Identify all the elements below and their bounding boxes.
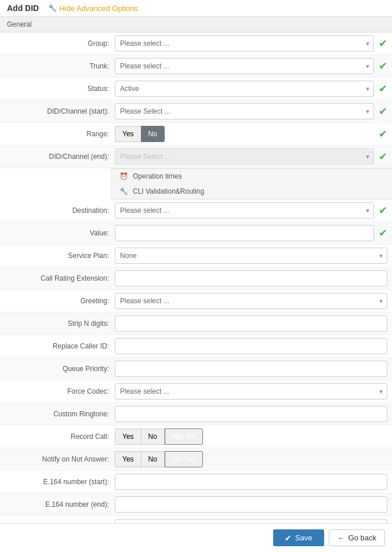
group-select[interactable]: Please select ...: [115, 35, 374, 52]
replace-caller-input[interactable]: [115, 338, 387, 354]
cli-validation-item[interactable]: 🔧 CLI Validation&Routing: [110, 184, 392, 199]
queue-priority-label: Queue Priority:: [5, 365, 115, 373]
wrench-small-icon: 🔧: [119, 187, 128, 195]
value-check-icon: ✔: [379, 227, 387, 239]
greeting-row: Greeting: Please select ... ▼: [0, 290, 392, 313]
trunk-select[interactable]: Please select ...: [115, 58, 374, 74]
range-yes-button[interactable]: Yes: [115, 126, 141, 142]
notify-notset-button[interactable]: Not Set: [165, 451, 203, 467]
wrench-icon: 🔧: [48, 4, 57, 12]
footer: ✔ Save ← Go back: [0, 523, 392, 552]
call-rating-input[interactable]: [115, 270, 387, 286]
range-label: Range:: [5, 130, 115, 138]
value-label: Value:: [5, 229, 115, 237]
did-channel-start-row: DID/Channel (start): Please Select ... ▼…: [0, 100, 392, 123]
save-label: Save: [295, 533, 313, 542]
custom-ringtone-label: Custom Ringtone:: [5, 410, 115, 418]
range-no-button[interactable]: No: [141, 126, 165, 142]
did-channel-end-select[interactable]: Please Select ...: [115, 148, 374, 165]
status-label: Status:: [5, 85, 115, 93]
custom-ringtone-input[interactable]: [115, 406, 387, 422]
group-check-icon: ✔: [379, 37, 387, 50]
trunk-row: Trunk: Please select ... ▼ ✔: [0, 55, 392, 78]
back-arrow-icon: ←: [337, 533, 345, 542]
strip-n-row: Strip N digits:: [0, 313, 392, 335]
e164-end-label: E.164 number (end):: [5, 500, 115, 509]
e164-start-label: E.164 number (start):: [5, 478, 115, 486]
clock-icon: ⏰: [119, 172, 128, 180]
force-codec-select[interactable]: Please select ...: [115, 383, 387, 400]
notify-toggle-group: Yes No Not Set: [115, 451, 387, 467]
destination-label: Destination:: [5, 206, 115, 215]
status-check-icon: ✔: [379, 82, 387, 95]
destination-row: Destination: Please select ... ▼ ✔: [0, 199, 392, 222]
e164-start-input[interactable]: [115, 474, 387, 490]
strip-n-label: Strip N digits:: [5, 319, 115, 328]
did-channel-start-check-icon: ✔: [379, 105, 387, 118]
greeting-label: Greeting:: [5, 297, 115, 305]
strip-n-input[interactable]: [115, 315, 387, 332]
general-section-label: General: [0, 17, 392, 32]
trunk-label: Trunk:: [5, 62, 115, 70]
queue-priority-row: Queue Priority:: [0, 358, 392, 380]
record-call-toggle-group: Yes No Not Set: [115, 428, 387, 445]
notify-no-button[interactable]: No: [141, 451, 165, 467]
go-back-button[interactable]: ← Go back: [329, 529, 385, 546]
advanced-options-link[interactable]: 🔧 Hide Advanced Options: [48, 4, 138, 13]
notify-label: Notify on Not Answer:: [5, 455, 115, 463]
service-plan-select[interactable]: None: [115, 248, 387, 264]
record-call-row: Record Call: Yes No Not Set: [0, 426, 392, 448]
record-notset-button[interactable]: Not Set: [165, 428, 203, 445]
notify-yes-button[interactable]: Yes: [115, 451, 141, 467]
record-no-button[interactable]: No: [141, 428, 165, 445]
did-channel-end-label: DID/Channel (end):: [5, 152, 115, 161]
operation-times-label: Operation times: [133, 172, 182, 180]
custom-ringtone-row: Custom Ringtone:: [0, 403, 392, 426]
e164-start-row: E.164 number (start):: [0, 471, 392, 493]
group-label: Group:: [5, 39, 115, 48]
service-plan-label: Service Plan:: [5, 252, 115, 260]
record-call-label: Record Call:: [5, 433, 115, 441]
destination-select[interactable]: Please select ...: [115, 202, 374, 219]
save-check-icon: ✔: [285, 533, 292, 543]
greeting-select[interactable]: Please select ...: [115, 293, 387, 309]
status-row: Status: Active ▼ ✔: [0, 78, 392, 100]
range-check-icon: ✔: [379, 128, 387, 140]
force-codec-row: Force Codec: Please select ... ▼: [0, 380, 392, 403]
go-back-label: Go back: [349, 533, 376, 542]
record-yes-button[interactable]: Yes: [115, 428, 141, 445]
range-toggle-group: Yes No: [115, 126, 374, 142]
range-row: Range: Yes No ✔: [0, 123, 392, 146]
did-channel-start-label: DID/Channel (start):: [5, 107, 115, 115]
e164-end-input[interactable]: [115, 496, 387, 513]
trunk-check-icon: ✔: [379, 60, 387, 72]
operation-times-item[interactable]: ⏰ Operation times: [110, 169, 392, 184]
page-title: Add DID: [7, 3, 39, 13]
did-channel-end-row: DID/Channel (end): Please Select ... ▼ ✔: [0, 146, 392, 168]
value-input[interactable]: [115, 225, 374, 241]
replace-caller-label: Replace Caller ID:: [5, 342, 115, 350]
queue-priority-input[interactable]: [115, 361, 387, 377]
replace-caller-row: Replace Caller ID:: [0, 335, 392, 358]
group-row: Group: Please select ... ▼ ✔: [0, 32, 392, 55]
notify-row: Notify on Not Answer: Yes No Not Set: [0, 448, 392, 471]
status-select[interactable]: Active: [115, 81, 374, 97]
force-codec-label: Force Codec:: [5, 387, 115, 395]
call-rating-row: Call Rating Extension:: [0, 267, 392, 290]
service-plan-row: Service Plan: None ▼: [0, 245, 392, 267]
e164-end-row: E.164 number (end):: [0, 493, 392, 516]
did-channel-start-select[interactable]: Please Select ...: [115, 103, 374, 119]
call-rating-label: Call Rating Extension:: [5, 274, 115, 282]
save-button[interactable]: ✔ Save: [273, 529, 324, 546]
value-row: Value: ✔: [0, 222, 392, 245]
did-channel-end-check-icon: ✔: [379, 150, 387, 163]
cli-validation-label: CLI Validation&Routing: [133, 187, 204, 195]
destination-check-icon: ✔: [379, 204, 387, 217]
advanced-options-label: Hide Advanced Options: [59, 4, 138, 13]
